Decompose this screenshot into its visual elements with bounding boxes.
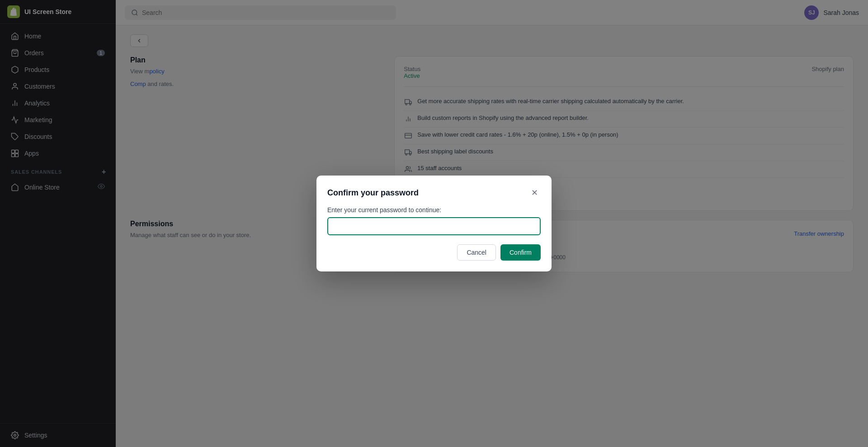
modal-header: Confirm your password ✕ <box>327 186 541 199</box>
cancel-button[interactable]: Cancel <box>457 244 496 261</box>
modal-label: Enter your current password to continue: <box>327 206 541 214</box>
modal-close-button[interactable]: ✕ <box>528 186 541 199</box>
modal-title: Confirm your password <box>327 188 419 198</box>
confirm-button[interactable]: Confirm <box>500 244 541 261</box>
password-input[interactable] <box>327 217 541 235</box>
modal-overlay[interactable]: Confirm your password ✕ Enter your curre… <box>0 0 868 447</box>
confirm-password-modal: Confirm your password ✕ Enter your curre… <box>316 176 552 271</box>
modal-actions: Cancel Confirm <box>327 244 541 261</box>
